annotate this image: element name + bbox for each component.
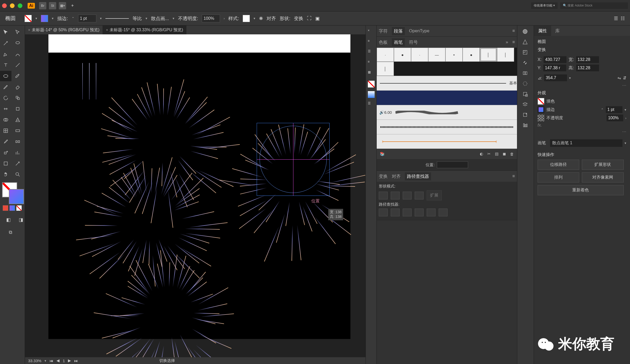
width-tool[interactable] (0, 104, 11, 114)
page-number[interactable]: 1 (63, 359, 65, 363)
brush-def-select[interactable]: 散点画... (151, 15, 169, 22)
brush-libraries-menu-icon[interactable]: ◐ (480, 152, 483, 156)
opacity-input[interactable] (607, 115, 623, 121)
magic-wand-tool[interactable] (0, 38, 11, 48)
flip-h-icon[interactable]: ⇋ (618, 76, 621, 80)
stroke-swatch[interactable] (538, 106, 544, 113)
brush-thumb[interactable]: │ (377, 62, 394, 76)
brush-row-art[interactable] (377, 134, 517, 149)
outline-icon[interactable] (427, 209, 436, 216)
align-pixel-button[interactable]: 对齐像素网 (582, 172, 623, 183)
nav-prev-icon[interactable]: ◀ (56, 358, 60, 363)
selection-bbox[interactable] (257, 123, 330, 196)
spread-icon[interactable] (522, 70, 529, 77)
prefs-icon[interactable]: ☷ (621, 16, 625, 21)
mesh-tool[interactable] (0, 125, 11, 136)
fill-swatch[interactable] (538, 98, 544, 105)
eraser-tool[interactable] (12, 82, 23, 92)
panel-menu-icon[interactable]: ≡ (512, 174, 515, 179)
flip-v-icon[interactable]: ⇵ (623, 76, 626, 80)
arrange-button[interactable]: 排列 (538, 172, 579, 183)
slice-tool[interactable] (12, 158, 23, 169)
libraries-icon[interactable] (522, 122, 529, 129)
x-input[interactable] (544, 56, 566, 63)
unite-icon[interactable] (379, 192, 388, 199)
isolate-icon[interactable]: ⛶ (307, 16, 312, 21)
tab-character[interactable]: 字符 (379, 28, 388, 34)
remove-stroke-icon[interactable]: ✂ (487, 152, 491, 156)
panel-close-icon[interactable]: × (368, 29, 375, 35)
more-options-icon[interactable]: ⋯ (538, 83, 626, 88)
zoom-level[interactable]: 33.33% (28, 359, 41, 363)
stroke-stepper[interactable]: ⌃ (601, 108, 604, 112)
opacity-input[interactable] (202, 15, 220, 22)
zoom-tool[interactable] (12, 169, 23, 180)
nav-next-icon[interactable]: ▶ (68, 358, 71, 363)
gradient-mode-icon[interactable] (9, 205, 15, 211)
stroke-profile[interactable] (105, 18, 129, 19)
brush-row-basic[interactable]: 基本 (377, 76, 517, 90)
asset-export-icon[interactable] (522, 91, 529, 98)
brush-thumb[interactable]: ● (394, 48, 411, 62)
fill-swatch[interactable] (24, 15, 32, 22)
scale-tool[interactable] (12, 93, 23, 103)
type-tool[interactable] (0, 60, 11, 70)
rotate-tool[interactable] (0, 93, 11, 103)
opacity-swatch[interactable] (538, 115, 544, 121)
offset-path-button[interactable]: 位移路径 (538, 160, 579, 170)
line-tool[interactable] (12, 60, 23, 70)
hand-tool[interactable] (0, 169, 11, 180)
shape-builder-tool[interactable] (0, 115, 11, 125)
brush-options-icon[interactable]: ▤ (495, 152, 499, 156)
tab-pathfinder[interactable]: 路径查找器 (405, 172, 431, 180)
document-tab-1[interactable]: ×未标题-15* @ 33.33% (RGB/GPU 预览) (103, 26, 186, 34)
export-icon[interactable] (522, 112, 529, 119)
exclude-icon[interactable] (415, 192, 424, 199)
doc-setup-icon[interactable]: ☰ (614, 16, 618, 21)
brush-thumb[interactable]: — (428, 48, 445, 62)
curvature-tool[interactable] (12, 49, 23, 59)
more-options-icon[interactable]: ⋯ (538, 129, 626, 134)
panel-menu-icon[interactable]: ≡ (512, 40, 515, 45)
blend-tool[interactable] (12, 136, 23, 147)
draw-normal-icon[interactable]: ◧ (3, 215, 14, 225)
links-icon[interactable] (522, 60, 529, 67)
artboard-tool[interactable] (0, 158, 11, 169)
shape-button[interactable]: 形状: (280, 15, 290, 22)
gpu-icon[interactable]: ✈ (69, 2, 76, 9)
gradient-swatch-icon[interactable] (368, 91, 375, 98)
screen-mode-button[interactable]: ⧉ (0, 227, 21, 237)
proportion-label[interactable]: 等比 (133, 15, 142, 22)
stroke-stepper[interactable]: ⌃ (72, 16, 74, 20)
style-swatch[interactable] (243, 15, 250, 22)
stroke-indicator[interactable] (9, 189, 24, 204)
brush-thumb[interactable]: • (445, 48, 463, 62)
checker-icon[interactable]: ▦ (368, 70, 375, 77)
divide-icon[interactable] (379, 209, 388, 216)
y-input[interactable] (543, 65, 566, 71)
tab-opentype[interactable]: OpenType (409, 28, 429, 34)
merge-icon[interactable] (403, 209, 412, 216)
close-tab-icon[interactable]: × (106, 28, 108, 32)
fill-stroke-indicator[interactable] (2, 182, 23, 203)
brush-row-calligraphy[interactable]: 🔊6.00 (377, 105, 517, 120)
align-right-icon[interactable]: ≡ (368, 60, 375, 67)
pen-tool[interactable] (0, 49, 11, 59)
recolor-icon[interactable] (522, 81, 529, 87)
brush-thumb[interactable]: · (377, 48, 394, 62)
brush-row-scatter[interactable] (377, 120, 517, 134)
crop-icon[interactable] (415, 209, 424, 216)
free-transform-tool[interactable] (12, 104, 23, 114)
search-stock-input[interactable]: 🔍 搜索 Adobe Stock (560, 2, 628, 9)
column-graph-tool[interactable] (12, 147, 23, 158)
brush-thumb-selected[interactable]: │ (480, 48, 497, 62)
brush-row-pattern[interactable] (377, 90, 517, 105)
bridge-icon[interactable]: Br (39, 2, 46, 9)
nav-last-icon[interactable]: ⏭ (74, 359, 78, 363)
recolor-button[interactable]: 重新着色 (538, 185, 624, 195)
close-tab-icon[interactable]: × (28, 28, 30, 32)
gradient-tool[interactable] (12, 125, 23, 136)
minus-back-icon[interactable] (439, 209, 448, 216)
selection-tool[interactable] (0, 27, 11, 37)
new-brush-icon[interactable]: ◼ (503, 152, 506, 156)
